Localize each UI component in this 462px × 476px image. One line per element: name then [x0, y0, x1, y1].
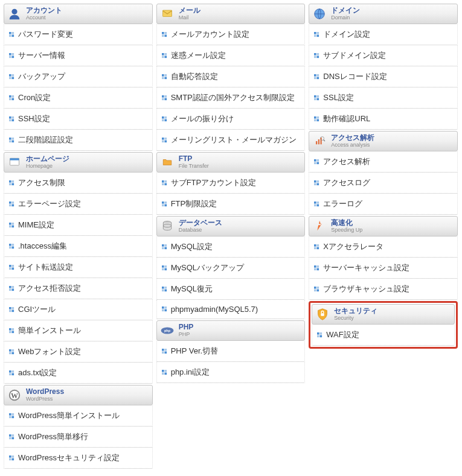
bullet-icon	[9, 223, 14, 228]
domain-item[interactable]: サブドメイン設定	[309, 45, 458, 66]
homepage-item[interactable]: Webフォント設定	[4, 341, 153, 363]
account-item[interactable]: 二段階認証設定	[4, 130, 153, 151]
mail-item[interactable]: SMTP認証の国外アクセス制限設定	[156, 87, 306, 109]
mail-item[interactable]: メールアカウント設定	[156, 24, 306, 45]
wordpress-item[interactable]: WordPressセキュリティ設定	[4, 448, 153, 469]
item-label: メーリングリスト・メールマガジン	[171, 135, 297, 145]
speed-icon	[313, 220, 326, 233]
homepage-item[interactable]: MIME設定	[4, 215, 153, 236]
homepage-item[interactable]: 簡単インストール	[4, 320, 153, 341]
access-item[interactable]: アクセスログ	[309, 173, 458, 194]
wordpress-item[interactable]: WordPress簡単移行	[4, 427, 153, 448]
svg-rect-6	[12, 53, 14, 56]
domain-item[interactable]: SSL設定	[309, 87, 458, 109]
svg-rect-88	[164, 53, 167, 56]
bullet-icon	[9, 202, 14, 207]
svg-rect-155	[317, 77, 319, 79]
database-header: データベースDatabase	[156, 216, 306, 236]
homepage-item[interactable]: ads.txt設定	[4, 363, 153, 384]
domain-item[interactable]: 動作確認URL	[309, 109, 458, 130]
svg-rect-99	[162, 116, 164, 119]
svg-rect-51	[9, 307, 11, 309]
mail-item[interactable]: 自動応答設定	[156, 66, 306, 87]
svg-rect-171	[314, 162, 316, 164]
access-item[interactable]: エラーログ	[309, 194, 458, 215]
domain-header: ドメインDomain	[309, 4, 458, 24]
svg-rect-114	[164, 204, 167, 206]
svg-rect-81	[12, 458, 14, 460]
svg-rect-72	[9, 416, 11, 418]
svg-rect-109	[162, 183, 164, 185]
homepage-item[interactable]: .htaccess編集	[4, 236, 153, 257]
bullet-icon	[162, 32, 167, 37]
security-icon	[316, 308, 329, 321]
item-label: WordPress簡単移行	[18, 431, 88, 442]
homepage-item[interactable]: サイト転送設定	[4, 257, 153, 278]
svg-rect-46	[12, 267, 14, 270]
database-item[interactable]: phpmyadmin(MySQL5.7)	[156, 300, 306, 319]
svg-rect-117	[162, 244, 164, 247]
homepage-item[interactable]: エラーページ設定	[4, 194, 153, 215]
svg-rect-78	[9, 455, 11, 458]
account-item[interactable]: サーバー情報	[4, 45, 153, 66]
svg-rect-126	[164, 287, 167, 289]
account-item[interactable]: パスワード変更	[4, 24, 153, 45]
bullet-icon	[162, 95, 167, 101]
mail-item[interactable]: メーリングリスト・メールマガジン	[156, 130, 306, 151]
security-item[interactable]: WAF設定	[312, 325, 455, 346]
item-label: 簡単インストール	[18, 325, 81, 336]
svg-rect-24	[12, 140, 14, 142]
account-item[interactable]: バックアップ	[4, 66, 153, 87]
ftp-item[interactable]: FTP制限設定	[156, 194, 306, 215]
homepage-item[interactable]: アクセス拒否設定	[4, 278, 153, 299]
svg-rect-196	[317, 335, 319, 337]
bullet-icon	[9, 32, 14, 37]
svg-rect-197	[320, 335, 322, 337]
access-item[interactable]: アクセス解析	[309, 151, 458, 173]
php-icon: php	[161, 324, 174, 337]
svg-rect-83	[162, 32, 164, 34]
mail-item[interactable]: 迷惑メール設定	[156, 45, 306, 66]
svg-rect-30	[12, 183, 14, 185]
svg-rect-2	[12, 32, 14, 34]
svg-rect-80	[9, 458, 11, 460]
database-item[interactable]: MySQLバックアップ	[156, 258, 306, 279]
mail-item[interactable]: メールの振り分け	[156, 109, 306, 130]
account-item[interactable]: SSH設定	[4, 109, 153, 130]
bullet-icon	[9, 244, 14, 249]
svg-rect-135	[162, 349, 164, 351]
domain-item[interactable]: DNSレコード設定	[309, 66, 458, 87]
svg-rect-65	[9, 373, 11, 375]
php-item[interactable]: PHP Ver.切替	[156, 341, 306, 362]
svg-rect-74	[9, 434, 11, 437]
svg-rect-23	[9, 140, 11, 142]
speed-item[interactable]: サーバーキャッシュ設定	[309, 258, 458, 279]
section-mail: メールMailメールアカウント設定迷惑メール設定自動応答設定SMTP認証の国外ア…	[156, 4, 306, 151]
speed-item[interactable]: Xアクセラレータ	[309, 236, 458, 258]
bullet-icon	[9, 138, 14, 143]
php-item[interactable]: php.ini設定	[156, 362, 306, 383]
ftp-item[interactable]: サブFTPアカウント設定	[156, 173, 306, 194]
domain-item[interactable]: ドメイン設定	[309, 24, 458, 45]
wordpress-item[interactable]: WordPress簡単インストール	[4, 405, 153, 427]
svg-rect-123	[162, 268, 164, 270]
item-label: Webフォント設定	[18, 346, 82, 357]
svg-rect-186	[317, 265, 319, 268]
database-item[interactable]: MySQL設定	[156, 236, 306, 258]
svg-rect-35	[9, 223, 11, 225]
bullet-icon	[162, 202, 167, 207]
homepage-item[interactable]: CGIツール	[4, 299, 153, 320]
svg-rect-138	[164, 351, 167, 354]
svg-rect-79	[12, 455, 14, 458]
person-icon	[8, 7, 21, 21]
homepage-item[interactable]: アクセス制限	[4, 173, 153, 194]
account-item[interactable]: Cron設定	[4, 87, 153, 109]
bullet-icon	[314, 116, 319, 122]
speed-item[interactable]: ブラウザキャッシュ設定	[309, 279, 458, 300]
bullet-icon	[9, 413, 14, 419]
database-item[interactable]: MySQL復元	[156, 279, 306, 300]
item-label: php.ini設定	[171, 367, 210, 378]
section-database: データベースDatabaseMySQL設定MySQLバックアップMySQL復元p…	[156, 216, 306, 319]
svg-rect-39	[9, 244, 11, 246]
item-label: メールの振り分け	[171, 113, 234, 124]
